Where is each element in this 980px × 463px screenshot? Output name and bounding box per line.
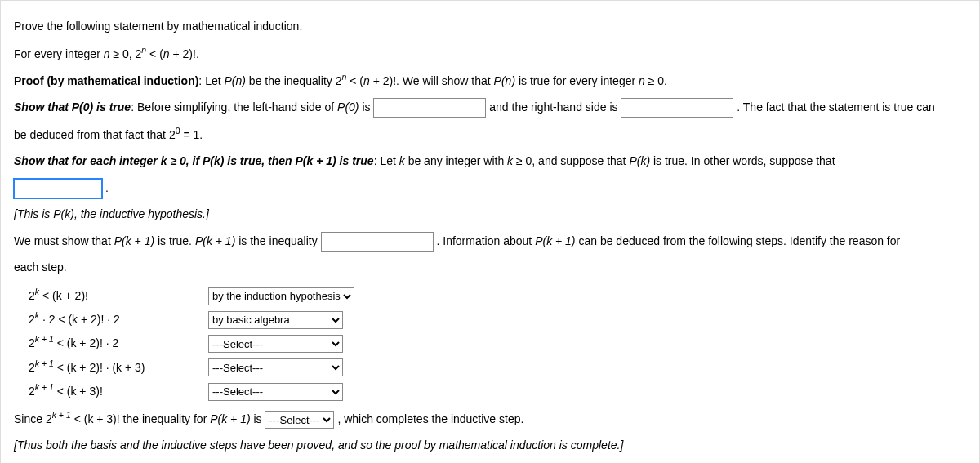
text: We must show that [14, 234, 114, 247]
step-1-reason: by the induction hypothesis [208, 284, 355, 306]
exp: k + 1 [35, 334, 54, 344]
var-n: n [363, 74, 370, 87]
exp: k + 1 [35, 382, 54, 392]
text: < (k + 3)! [54, 385, 103, 398]
step-3-reason: ---Select--- [208, 332, 355, 354]
var-n: n [639, 74, 645, 87]
show-p0-line2: be deduced from that fact that 20 = 1. [14, 123, 966, 145]
conclusion-select[interactable]: ---Select--- [265, 411, 334, 429]
text: . Information about [436, 234, 535, 247]
steps-grid: 2k < (k + 2)! by the induction hypothesi… [29, 283, 966, 403]
text: < (k + 3)! the inequality for [71, 412, 210, 425]
var-n: n [104, 47, 110, 60]
text: + 2)!. [170, 47, 199, 60]
exp: k + 1 [35, 358, 54, 368]
proof-label: Proof (by mathematical induction) [14, 74, 198, 87]
text: be deduced from that fact that 2 [14, 127, 176, 140]
text: , which completes the inductive step. [337, 412, 523, 425]
text: : Let [374, 154, 399, 167]
var-n: n [163, 47, 170, 60]
p0: P(0) [337, 100, 359, 114]
step-5-reason: ---Select--- [208, 380, 355, 402]
pk1: P(k + 1) [114, 234, 154, 247]
var-k: k [399, 154, 405, 167]
show-pk-line: Show that for each integer k ≥ 0, if P(k… [14, 150, 966, 172]
show-p0-label: Show that P(0) is true [14, 100, 131, 114]
text: is true. In other words, suppose that [650, 154, 835, 167]
text: . [105, 181, 109, 194]
show-pk-label: Show that for each integer k ≥ 0, if P(k… [14, 154, 374, 167]
text: + 2)!. We will show that [370, 74, 494, 87]
since-line: Since 2k + 1 < (k + 3)! the inequality f… [14, 407, 966, 430]
text: < (k + 2)! [39, 289, 88, 302]
step-1-expr: 2k < (k + 2)! [29, 283, 208, 307]
text: 2 [29, 360, 35, 373]
text: be any integer with [405, 154, 507, 167]
hypothesis-note: [This is P(k), the inductive hypothesis.… [14, 203, 966, 225]
closing-line: [Thus both the basis and the inductive s… [14, 434, 966, 456]
text: · 2 < (k + 2)! · 2 [39, 313, 120, 326]
statement-line: For every integer n ≥ 0, 2n < (n + 2)!. [14, 42, 966, 65]
text: is [359, 100, 374, 114]
text: 2 [29, 385, 35, 398]
pk1: P(k + 1) [210, 412, 250, 425]
text: For every integer [14, 47, 104, 60]
exp: k + 1 [52, 410, 71, 420]
pk1: P(k + 1) [535, 234, 575, 247]
text: be the inequality 2 [246, 74, 342, 87]
pk1: P(k + 1) [195, 234, 235, 247]
pk1-inequality-input[interactable] [321, 232, 434, 252]
text: 2 [29, 289, 35, 302]
step-2-select[interactable]: by basic algebra [208, 311, 343, 329]
text: < (k + 2)! · 2 [54, 336, 118, 349]
step-2-expr: 2k · 2 < (k + 2)! · 2 [29, 307, 208, 331]
text: is true for every integer [515, 74, 639, 87]
pk: P(k) [629, 154, 650, 167]
p0-lhs-input[interactable] [373, 98, 486, 118]
pn: P(n) [225, 74, 246, 87]
text: : Let [198, 74, 224, 87]
prompt-line: Prove the following statement by mathema… [14, 16, 966, 38]
step-4-expr: 2k + 1 < (k + 2)! · (k + 3) [29, 355, 208, 379]
step-3-expr: 2k + 1 < (k + 2)! · 2 [29, 331, 208, 354]
text: ≥ 0, and suppose that [513, 154, 629, 167]
text: : Before simplifying, the left-hand side… [131, 100, 337, 114]
text: and the right-hand side is [489, 100, 621, 114]
step-4-reason: ---Select--- [208, 356, 355, 378]
var-k: k [507, 154, 513, 167]
text: = 1. [180, 127, 203, 140]
text: . The fact that the statement is true ca… [737, 100, 935, 114]
text: Since 2 [14, 412, 52, 425]
show-p0-line1: Show that P(0) is true: Before simplifyi… [14, 96, 966, 118]
text: is true. [154, 234, 195, 247]
pn: P(n) [494, 74, 515, 87]
must-show-line: We must show that P(k + 1) is true. P(k … [14, 230, 966, 252]
text: 2 [29, 313, 35, 326]
text: < ( [146, 47, 163, 60]
step-3-select[interactable]: ---Select--- [208, 335, 343, 353]
text: ≥ 0, 2 [110, 47, 142, 60]
step-5-select[interactable]: ---Select--- [208, 383, 343, 401]
text: is the inequality [235, 234, 320, 247]
step-1-select[interactable]: by the induction hypothesis [208, 287, 354, 305]
hypothesis-input-line: . [14, 177, 966, 199]
hypothesis-input[interactable] [14, 179, 102, 198]
each-step: each step. [14, 256, 966, 278]
text: < ( [346, 74, 363, 87]
text: can be deduced from the following steps.… [576, 234, 901, 247]
step-2-reason: by basic algebra [208, 308, 355, 330]
text: < (k + 2)! · (k + 3) [54, 360, 145, 373]
step-5-expr: 2k + 1 < (k + 3)! [29, 379, 208, 403]
proof-intro: Proof (by mathematical induction): Let P… [14, 69, 966, 91]
step-4-select[interactable]: ---Select--- [208, 358, 343, 376]
text: is [251, 412, 265, 425]
text: ≥ 0. [645, 74, 667, 87]
p0-rhs-input[interactable] [621, 98, 733, 118]
text: 2 [29, 336, 35, 349]
